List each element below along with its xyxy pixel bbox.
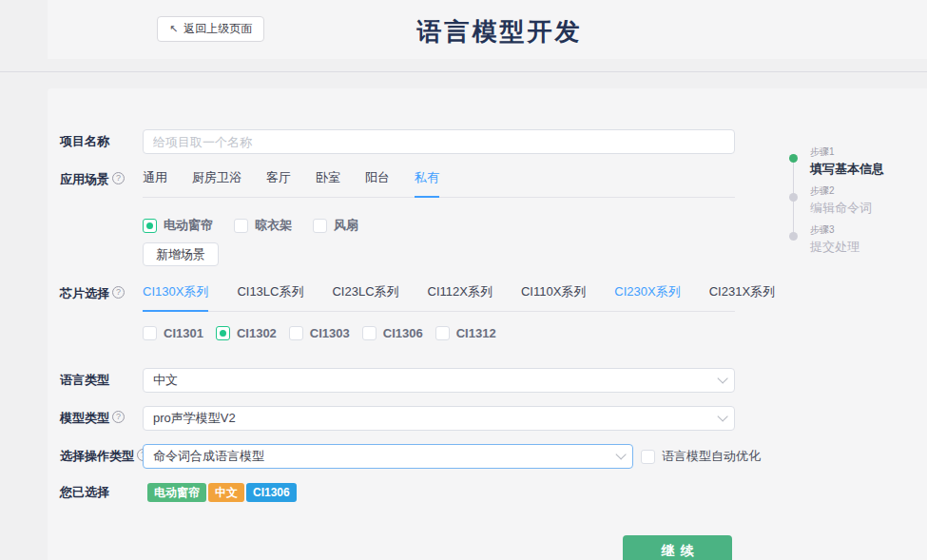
back-button-label: 返回上级页面 — [183, 21, 252, 37]
auto-optimize-label: 语言模型自动优化 — [662, 448, 761, 465]
tab-CI110X系列[interactable]: CI110X系列 — [521, 283, 586, 311]
chip-tabs: CI130X系列CI13LC系列CI23LC系列CI112X系列CI110X系列… — [143, 283, 735, 312]
checkbox-晾衣架[interactable]: 晾衣架 — [234, 217, 292, 234]
checkbox-label: 电动窗帘 — [164, 217, 213, 234]
scene-row: 应用场景 ? 通用厨房卫浴客厅卧室阳台私有 — [60, 169, 735, 198]
checkbox-icon — [234, 219, 248, 233]
continue-button[interactable]: 继续 — [623, 535, 732, 560]
help-icon[interactable]: ? — [112, 172, 125, 184]
chip-options-row: CI1301CI1302CI1303CI1306CI1312 — [143, 326, 496, 340]
scene-tabs: 通用厨房卫浴客厅卧室阳台私有 — [143, 169, 735, 198]
language-select-value: 中文 — [153, 372, 178, 389]
page-title: 语言模型开发 — [364, 15, 635, 48]
model-select[interactable]: pro声学模型V2 — [143, 406, 735, 431]
help-icon[interactable]: ? — [112, 411, 125, 423]
scene-checkbox-group: 电动窗帘晾衣架风扇 — [143, 217, 358, 234]
checkbox-icon — [143, 219, 157, 233]
checkbox-icon — [143, 326, 157, 340]
project-name-input[interactable] — [143, 129, 735, 154]
tab-客厅[interactable]: 客厅 — [266, 169, 291, 197]
project-name-label: 项目名称 — [60, 133, 143, 150]
checkbox-风扇[interactable]: 风扇 — [313, 217, 358, 234]
step-item-3: 步骤3提交处理 — [780, 223, 859, 256]
tab-CI130X系列[interactable]: CI130X系列 — [143, 283, 208, 312]
step-item-1: 步骤1填写基本信息 — [780, 145, 884, 178]
tab-CI112X系列[interactable]: CI112X系列 — [428, 283, 492, 311]
tab-CI23LC系列[interactable]: CI23LC系列 — [332, 283, 398, 311]
checkbox-icon — [362, 326, 377, 340]
step-dot-icon — [789, 154, 798, 163]
back-arrow-icon: ↖ — [169, 23, 178, 35]
selected-tag-电动窗帘: 电动窗帘 — [147, 483, 206, 502]
checkbox-icon — [216, 326, 230, 340]
header-divider — [0, 71, 927, 72]
chip-label: 芯片选择 ? — [60, 283, 143, 302]
language-row: 语言类型 中文 — [60, 368, 735, 393]
project-name-row: 项目名称 — [60, 129, 735, 154]
step-title: 提交处理 — [810, 239, 859, 256]
checkbox-icon — [313, 219, 327, 233]
checkbox-label: CI1301 — [164, 326, 203, 340]
operation-row: 选择操作类型 ? 命令词合成语言模型 语言模型自动优化 — [60, 444, 761, 469]
step-number: 步骤3 — [810, 223, 859, 237]
step-number: 步骤2 — [810, 184, 872, 198]
language-label: 语言类型 — [60, 372, 143, 389]
checkbox-CI1312[interactable]: CI1312 — [435, 326, 496, 340]
model-label: 模型类型 ? — [60, 410, 143, 427]
checkbox-CI1306[interactable]: CI1306 — [362, 326, 423, 340]
model-row: 模型类型 ? pro声学模型V2 — [60, 406, 735, 431]
selected-label: 您已选择 — [60, 484, 143, 501]
selected-row: 您已选择 电动窗帘中文CI1306 — [60, 483, 297, 502]
operation-select[interactable]: 命令词合成语言模型 — [143, 444, 633, 469]
operation-select-value: 命令词合成语言模型 — [153, 448, 264, 465]
checkbox-CI1301[interactable]: CI1301 — [143, 326, 203, 340]
tab-CI230X系列[interactable]: CI230X系列 — [614, 283, 680, 311]
step-dot-icon — [789, 193, 798, 202]
operation-label: 选择操作类型 ? — [60, 448, 143, 465]
language-select[interactable]: 中文 — [143, 368, 735, 393]
step-number: 步骤1 — [810, 145, 884, 159]
step-dot-icon — [789, 232, 798, 241]
selected-tags: 电动窗帘中文CI1306 — [147, 483, 297, 502]
tab-厨房卫浴[interactable]: 厨房卫浴 — [192, 169, 241, 197]
checkbox-电动窗帘[interactable]: 电动窗帘 — [143, 217, 213, 234]
chevron-down-icon — [717, 373, 727, 383]
checkbox-label: CI1306 — [383, 326, 423, 340]
chip-row: 芯片选择 ? CI130X系列CI13LC系列CI23LC系列CI112X系列C… — [60, 283, 735, 312]
tab-私有[interactable]: 私有 — [415, 169, 439, 198]
help-icon[interactable]: ? — [112, 286, 125, 299]
step-title: 填写基本信息 — [810, 161, 884, 178]
checkbox-label: CI1302 — [237, 326, 277, 340]
chip-checkbox-group: CI1301CI1302CI1303CI1306CI1312 — [143, 326, 496, 340]
checkbox-icon — [435, 326, 450, 340]
scene-label: 应用场景 ? — [60, 169, 143, 188]
model-select-value: pro声学模型V2 — [153, 410, 236, 427]
back-button[interactable]: ↖ 返回上级页面 — [157, 16, 264, 42]
auto-optimize-checkbox[interactable]: 语言模型自动优化 — [641, 448, 761, 465]
add-scene-row: 新增场景 — [143, 242, 219, 266]
checkbox-label: CI1312 — [456, 326, 496, 340]
chevron-down-icon — [717, 411, 727, 421]
checkbox-label: CI1303 — [310, 326, 350, 340]
selected-tag-中文: 中文 — [208, 483, 244, 502]
checkbox-icon — [289, 326, 303, 340]
checkbox-label: 晾衣架 — [255, 217, 292, 234]
chevron-down-icon — [615, 449, 626, 459]
tab-卧室[interactable]: 卧室 — [316, 169, 340, 197]
page-header: ↖ 返回上级页面 语言模型开发 — [48, 0, 927, 59]
checkbox-icon — [641, 450, 655, 464]
form-card: 项目名称 应用场景 ? 通用厨房卫浴客厅卧室阳台私有 电动窗帘晾衣架风扇 新增场… — [48, 88, 927, 560]
step-title: 编辑命令词 — [810, 200, 872, 217]
add-scene-button[interactable]: 新增场景 — [143, 242, 219, 266]
selected-tag-CI1306: CI1306 — [246, 483, 297, 502]
tab-CI13LC系列[interactable]: CI13LC系列 — [237, 283, 303, 311]
tab-阳台[interactable]: 阳台 — [365, 169, 390, 197]
tab-CI231X系列[interactable]: CI231X系列 — [709, 283, 775, 311]
scene-options-row: 电动窗帘晾衣架风扇 — [143, 217, 358, 234]
tab-通用[interactable]: 通用 — [143, 169, 167, 197]
checkbox-CI1302[interactable]: CI1302 — [216, 326, 277, 340]
checkbox-label: 风扇 — [334, 217, 358, 234]
checkbox-CI1303[interactable]: CI1303 — [289, 326, 350, 340]
step-item-2: 步骤2编辑命令词 — [780, 184, 872, 217]
